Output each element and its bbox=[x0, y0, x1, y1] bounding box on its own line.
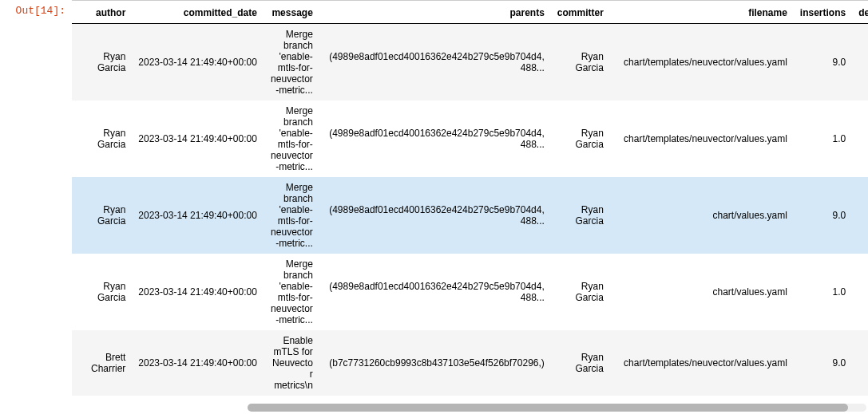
cell-insertions: 9.0 bbox=[794, 330, 852, 396]
cell-parents: (4989e8adf01ecd40016362e424b279c5e9b704d… bbox=[319, 254, 551, 330]
output-prompt: Out[14]: bbox=[16, 5, 65, 17]
cell-filename: chart/values.yaml bbox=[610, 177, 794, 254]
horizontal-scrollbar[interactable] bbox=[248, 404, 866, 412]
cell-parents: (4989e8adf01ecd40016362e424b279c5e9b704d… bbox=[319, 101, 551, 177]
cell-deletions: 1.0 bbox=[852, 101, 868, 177]
cell-committer: Ryan Garcia bbox=[551, 254, 610, 330]
cell-author: Ryan Garcia bbox=[85, 177, 132, 254]
cell-committer: Ryan Garcia bbox=[551, 24, 610, 101]
col-insertions: insertions bbox=[794, 2, 852, 24]
cell-author: Brett Charrier bbox=[85, 330, 132, 396]
cell-deletions: 2.0 bbox=[852, 330, 868, 396]
cell-author: Ryan Garcia bbox=[85, 101, 132, 177]
table-row[interactable]: Ryan Garcia 2023-03-14 21:49:40+00:00 Me… bbox=[72, 254, 868, 330]
cell-filename: chart/values.yaml bbox=[610, 254, 794, 330]
table-row[interactable]: Brett Charrier 2023-03-14 21:49:40+00:00… bbox=[72, 330, 868, 396]
cell-parents: (4989e8adf01ecd40016362e424b279c5e9b704d… bbox=[319, 24, 551, 101]
cell-filename: chart/templates/neuvector/values.yaml bbox=[610, 330, 794, 396]
cell-author: Ryan Garcia bbox=[85, 254, 132, 330]
cell-insertions: 9.0 bbox=[794, 24, 852, 101]
cell-insertions: 9.0 bbox=[794, 177, 852, 254]
table-row[interactable]: Ryan Garcia 2023-03-14 21:49:40+00:00 Me… bbox=[72, 101, 868, 177]
cell-message: Merge branch 'enable-mtls-for-neuvector-… bbox=[264, 177, 319, 254]
table-row[interactable]: Ryan Garcia 2023-03-14 21:49:40+00:00 Me… bbox=[72, 24, 868, 101]
row-index bbox=[72, 177, 85, 254]
cell-date: 2023-03-14 21:49:40+00:00 bbox=[132, 24, 263, 101]
col-deletions: deletions bbox=[852, 2, 868, 24]
scrollbar-thumb[interactable] bbox=[248, 404, 848, 412]
row-index bbox=[72, 330, 85, 396]
table-scroll[interactable]: author committed_date message parents co… bbox=[72, 2, 868, 396]
col-filename: filename bbox=[610, 2, 794, 24]
row-index bbox=[72, 101, 85, 177]
col-author: author bbox=[85, 2, 132, 24]
header-row: author committed_date message parents co… bbox=[72, 2, 868, 24]
col-committed-date: committed_date bbox=[132, 2, 263, 24]
cell-parents: (b7c7731260cb9993c8b437103e5e4f526bf7029… bbox=[319, 330, 551, 396]
row-index bbox=[72, 24, 85, 101]
cell-message: Merge branch 'enable-mtls-for-neuvector-… bbox=[264, 24, 319, 101]
cell-filename: chart/templates/neuvector/values.yaml bbox=[610, 101, 794, 177]
cell-deletions: 2.0 bbox=[852, 24, 868, 101]
cell-author: Ryan Garcia bbox=[85, 24, 132, 101]
col-committer: committer bbox=[551, 2, 610, 24]
cell-date: 2023-03-14 21:49:40+00:00 bbox=[132, 254, 263, 330]
col-parents: parents bbox=[319, 2, 551, 24]
row-index bbox=[72, 254, 85, 330]
cell-committer: Ryan Garcia bbox=[551, 330, 610, 396]
cell-message: Enable mTLS for Neuvector metrics\n bbox=[264, 330, 319, 396]
cell-date: 2023-03-14 21:49:40+00:00 bbox=[132, 101, 263, 177]
cell-committer: Ryan Garcia bbox=[551, 101, 610, 177]
cell-filename: chart/templates/neuvector/values.yaml bbox=[610, 24, 794, 101]
output-area: author committed_date message parents co… bbox=[72, 0, 868, 396]
cell-parents: (4989e8adf01ecd40016362e424b279c5e9b704d… bbox=[319, 177, 551, 254]
cell-date: 2023-03-14 21:49:40+00:00 bbox=[132, 177, 263, 254]
cell-date: 2023-03-14 21:49:40+00:00 bbox=[132, 330, 263, 396]
cell-deletions: 1.0 bbox=[852, 254, 868, 330]
col-message: message bbox=[264, 2, 319, 24]
cell-insertions: 1.0 bbox=[794, 254, 852, 330]
cell-committer: Ryan Garcia bbox=[551, 177, 610, 254]
dataframe-table: author committed_date message parents co… bbox=[72, 2, 868, 396]
cell-message: Merge branch 'enable-mtls-for-neuvector-… bbox=[264, 254, 319, 330]
col-index bbox=[72, 2, 85, 24]
cell-insertions: 1.0 bbox=[794, 101, 852, 177]
cell-message: Merge branch 'enable-mtls-for-neuvector-… bbox=[264, 101, 319, 177]
table-row[interactable]: Ryan Garcia 2023-03-14 21:49:40+00:00 Me… bbox=[72, 177, 868, 254]
cell-deletions: 2.0 bbox=[852, 177, 868, 254]
